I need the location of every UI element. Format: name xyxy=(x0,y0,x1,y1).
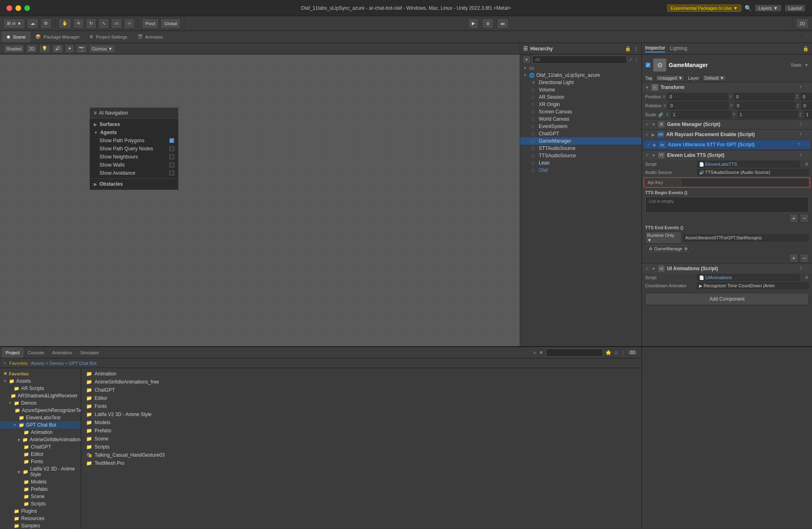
go-active-checkbox[interactable]: ✓ xyxy=(645,62,651,68)
scale-x[interactable] xyxy=(671,111,731,118)
shaded-btn[interactable]: Shaded xyxy=(3,44,24,53)
ui-script-settings-icon[interactable]: ⚙ xyxy=(805,275,809,280)
layer-dropdown[interactable]: Default ▼ xyxy=(702,75,726,81)
ui-help-icon[interactable]: ? xyxy=(799,266,802,271)
pt-latifa[interactable]: ▶ 📁 Latifa V2 3D - Anime Style xyxy=(0,465,81,478)
gizmos-btn[interactable]: Gizmos ▼ xyxy=(89,44,115,53)
gm-help-icon[interactable]: ? xyxy=(799,122,802,127)
rect-tool[interactable]: ▭ xyxy=(111,18,122,29)
hierarchy-add-btn[interactable]: + xyxy=(523,56,531,64)
h-item-screen-canvas[interactable]: □ Screen Canvas xyxy=(520,108,641,115)
hierarchy-more-icon[interactable]: ⋮ xyxy=(633,46,638,52)
h-item-world-canvas[interactable]: □ World Canvas xyxy=(520,115,641,123)
search-icon[interactable]: 🔍 xyxy=(745,5,752,11)
inspector-tab-lighting[interactable]: Lighting xyxy=(670,46,687,52)
script-settings-icon[interactable]: ⚙ xyxy=(805,162,809,167)
tab-console[interactable]: Console xyxy=(24,347,48,358)
tts-help-icon[interactable]: ? xyxy=(799,153,802,158)
h-item-lean[interactable]: □ Lean xyxy=(520,159,641,167)
scene-cam-btn[interactable]: 📷 xyxy=(76,44,87,53)
breadcrumb[interactable]: Assets > Demos > GPT Chat Bot xyxy=(31,361,96,366)
tab-scene[interactable]: ◉ Scene xyxy=(2,31,30,43)
h-item-chatgpt[interactable]: □ ChatGPT xyxy=(520,130,641,137)
pt-samples[interactable]: 📁 Samples xyxy=(0,522,81,529)
pf-prefabs[interactable]: 📁 Prefabs xyxy=(83,427,640,435)
pt-plugins[interactable]: 📁 Plugins xyxy=(0,507,81,515)
close-btn[interactable] xyxy=(6,5,12,11)
hierarchy-lock-icon[interactable]: 🔒 xyxy=(625,46,631,52)
countdown-value[interactable]: ▶ Recognizer Time CountDown (Anim xyxy=(697,282,809,289)
h-item-directional-light[interactable]: ☀ Directional Light xyxy=(520,79,641,86)
runtime-dropdown[interactable]: Runtime Only ▼ xyxy=(645,232,682,244)
pf-talking-casual[interactable]: 🎭 Talking_Casual_HandGesture03 xyxy=(83,451,640,459)
rotation-y[interactable] xyxy=(735,102,795,109)
pf-textmesh[interactable]: 📁 TextMesh Pro xyxy=(83,459,640,467)
h-item-ar-session[interactable]: □ AR Session xyxy=(520,93,641,101)
script-value[interactable]: 📄 ElevenLabsTTS xyxy=(697,161,800,167)
ar-raycast-component[interactable]: ✓ ▶ AR AR Raycast Placement Enable (Scri… xyxy=(642,129,812,139)
pt-scene[interactable]: 📁 Scene xyxy=(0,493,81,500)
rotate-tool[interactable]: ↻ xyxy=(86,18,97,29)
game-manager-component[interactable]: ✓ ▼ ⚙ Game Manager (Script) ? ⋮ xyxy=(642,119,812,129)
filter-icon[interactable]: ▼ xyxy=(539,350,544,356)
ai-nav-surfaces[interactable]: ▶ Surfaces xyxy=(90,120,178,128)
h-item-xr-origin[interactable]: □ XR Origin xyxy=(520,101,641,108)
pt-chatgpt[interactable]: 📁 ChatGPT xyxy=(0,443,81,451)
pt-models[interactable]: 📁 Models xyxy=(0,478,81,486)
hierarchy-search[interactable] xyxy=(532,56,627,64)
h-item-ttsaudio[interactable]: □ TTSAudioSource xyxy=(520,152,641,159)
ui-settings-icon[interactable]: ⋮ xyxy=(804,266,809,271)
settings-icon-btn[interactable]: ⚙ xyxy=(40,18,52,29)
inspector-lock-icon[interactable]: 🔒 xyxy=(803,46,809,52)
position-y[interactable] xyxy=(734,93,794,100)
scale-tool[interactable]: ⤡ xyxy=(98,18,109,29)
pivot-btn[interactable]: Pivot xyxy=(142,18,159,29)
create-icon[interactable]: + xyxy=(533,349,536,356)
layout-button[interactable]: Layout xyxy=(785,4,806,12)
pf-anime-girl[interactable]: 📁 AnimeGirlIdleAnimations_free xyxy=(83,378,640,386)
h-item-olaf[interactable]: □ Olaf xyxy=(520,167,641,174)
hierarchy-all-row[interactable]: ▼ All xyxy=(520,65,641,72)
ai-nav-show-avoidance[interactable]: Show Avoidance xyxy=(90,169,178,177)
tab-animator[interactable]: 🎬 Animator xyxy=(132,31,168,43)
position-x[interactable] xyxy=(667,93,728,100)
ai-nav-show-path-polygons[interactable]: Show Path Polygons ✓ xyxy=(90,137,178,145)
path-polygons-check[interactable]: ✓ xyxy=(169,138,174,143)
pf-fonts[interactable]: 📁 Fonts xyxy=(83,402,640,410)
h-menu-btn[interactable]: ⊞ H ▼ xyxy=(3,18,25,29)
minimize-btn[interactable] xyxy=(15,5,21,11)
pt-scripts[interactable]: 📁 Scripts xyxy=(0,500,81,507)
saved-icon[interactable]: ⭐ xyxy=(605,350,611,356)
scale-z[interactable] xyxy=(804,111,812,118)
pf-scripts[interactable]: 📁 Scripts xyxy=(83,443,640,451)
options-icon[interactable]: ⋮ xyxy=(621,350,626,356)
pt-editor[interactable]: 📁 Editor xyxy=(0,451,81,458)
pf-models[interactable]: 📁 Models xyxy=(83,418,640,427)
h-item-sttaudio[interactable]: □ STTAudioSource xyxy=(520,145,641,152)
tts-end-remove-btn[interactable]: − xyxy=(800,254,809,262)
pf-animation[interactable]: 📁 Animation xyxy=(83,370,640,378)
fx-btn[interactable]: ✦ xyxy=(65,44,74,53)
play-btn[interactable]: ▶ xyxy=(468,18,479,29)
tts-begin-remove-btn[interactable]: − xyxy=(800,214,809,223)
ar-settings-icon[interactable]: ⋮ xyxy=(804,132,809,137)
pt-assets[interactable]: ▼ 📁 Assets xyxy=(0,377,81,385)
transform-help-icon[interactable]: ? xyxy=(799,85,802,90)
rotation-z[interactable] xyxy=(801,102,812,109)
pf-latifa[interactable]: 📁 Latifa V2 3D - Anime Style xyxy=(83,410,640,418)
transform-tool[interactable]: ⊹ xyxy=(124,18,135,29)
azure-help-icon[interactable]: ? xyxy=(798,142,800,147)
inspector-tab-inspector[interactable]: Inspector xyxy=(645,45,665,52)
tag-dropdown[interactable]: Untagged ▼ xyxy=(656,75,685,81)
pt-anime-girl[interactable]: ▶ 📁 AnimeGirlIdleAnimations_free xyxy=(0,436,81,443)
azure-settings-icon[interactable]: ⋮ xyxy=(803,142,807,147)
pt-ar-scripts[interactable]: 📁 AR Scripts xyxy=(0,385,81,392)
pt-demos[interactable]: ▼ 📁 Demos xyxy=(0,399,81,407)
tts-end-add-btn[interactable]: + xyxy=(789,254,798,262)
pt-animation[interactable]: 📁 Animation xyxy=(0,429,81,436)
game-manager-chip[interactable]: ⚙ GameManage ⚙ xyxy=(645,245,691,252)
hierarchy-root[interactable]: ▼ 🌐 Olaf_11labs_uLipSync_azure xyxy=(520,72,641,79)
ai-nav-obstacles[interactable]: ▶ Obstacles xyxy=(90,180,178,188)
h-item-volume[interactable]: □ Volume xyxy=(520,86,641,93)
ai-nav-show-path-query-nodes[interactable]: Show Path Query Nodes xyxy=(90,145,178,153)
